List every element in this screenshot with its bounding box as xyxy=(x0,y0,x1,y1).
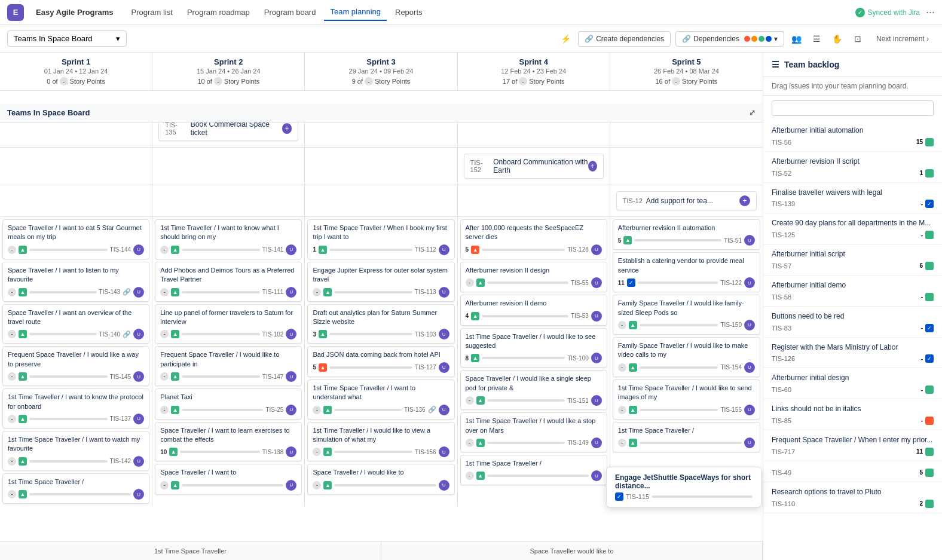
sprint-1-minus[interactable]: - xyxy=(60,77,68,85)
backlog-item-tis-60[interactable]: Afterburner initial design TIS-60 - xyxy=(763,368,942,399)
minus-icon[interactable]: - xyxy=(8,490,16,498)
minus-icon[interactable]: - xyxy=(618,363,626,372)
minus-icon[interactable]: - xyxy=(8,457,16,466)
filter-icon[interactable]: ⚡ xyxy=(558,31,573,47)
card-tis-156[interactable]: 1st Time Traveller / I would like to vie… xyxy=(307,422,454,462)
card-tis-112[interactable]: 1st Time Space Travller / When I book my… xyxy=(307,219,454,259)
nav-team-planning[interactable]: Team planning xyxy=(324,4,387,21)
sprint-3-minus[interactable]: - xyxy=(365,77,373,85)
minus-icon[interactable]: - xyxy=(8,415,16,423)
minus-icon[interactable]: - xyxy=(313,288,321,296)
epic-plus-icon-3[interactable]: + xyxy=(739,195,750,206)
card-tis-141[interactable]: 1st Time Traveller / I want to know what… xyxy=(155,219,302,259)
card-tis-113[interactable]: Engage Jupiter Express for outer solar s… xyxy=(307,262,454,302)
minus-icon[interactable]: - xyxy=(313,406,321,414)
card-tis-138[interactable]: Space Traveller / I want to learn exerci… xyxy=(155,422,302,462)
next-increment-button[interactable]: Next increment › xyxy=(870,32,935,46)
card-tis-144[interactable]: Space Traveller / I want to eat 5 Star G… xyxy=(2,219,149,259)
card-tis-102[interactable]: Line up panel of former travelers to Sat… xyxy=(155,304,302,344)
card-tis-151[interactable]: Space Traveller / I would like a single … xyxy=(460,370,607,410)
minus-icon[interactable]: - xyxy=(618,321,626,329)
card-col2-last[interactable]: Space Traveller / I want to - ▲ U xyxy=(155,464,302,494)
card-col1-last[interactable]: 1st Time Space Traveller / - ▲ U xyxy=(2,473,149,504)
card-tis-25[interactable]: Planet Taxi - ▲ TIS-25 U xyxy=(155,388,302,419)
card-tis-122[interactable]: Establish a catering vendor to provide m… xyxy=(613,252,760,292)
minus-icon[interactable]: - xyxy=(466,472,474,480)
card-tis-128[interactable]: After 100,000 requests the SeeSpaceEZ se… xyxy=(460,219,607,259)
card-tis-143[interactable]: Space Traveller / I want to listen to my… xyxy=(2,262,149,302)
hand-icon[interactable]: ✋ xyxy=(830,31,845,47)
card-tis-111[interactable]: Add Phobos and Deimos Tours as a Preferr… xyxy=(155,262,302,302)
sprint-5-minus[interactable]: - xyxy=(672,77,680,85)
minus-icon[interactable]: - xyxy=(160,372,169,381)
minus-icon[interactable]: - xyxy=(618,439,626,447)
minus-icon[interactable]: - xyxy=(8,246,16,254)
card-tis-140[interactable]: Space Traveller / I want an overview of … xyxy=(2,304,149,344)
backlog-search-input[interactable] xyxy=(772,100,934,116)
minus-icon[interactable]: - xyxy=(466,439,474,447)
card-tis-147[interactable]: Frequent Space Traveller / I would like … xyxy=(155,346,302,386)
card-tis-137[interactable]: 1st Time Traveller / I want to know the … xyxy=(2,388,149,429)
epic-plus-icon-2[interactable]: + xyxy=(588,161,597,172)
card-tis-136[interactable]: 1st Time Space Traveller / I want to und… xyxy=(307,380,454,420)
backlog-item-tis-126[interactable]: Register with the Mars Ministry of Labor… xyxy=(763,338,942,369)
backlog-item-tis-110[interactable]: Research options to travel to Pluto TIS-… xyxy=(763,482,942,513)
minus-icon[interactable]: - xyxy=(466,396,474,405)
nav-program-list[interactable]: Program list xyxy=(126,4,179,20)
minus-icon[interactable]: - xyxy=(160,330,169,338)
create-dependencies-button[interactable]: 🔗 Create dependencies xyxy=(578,31,671,47)
card-tis-150[interactable]: Family Space Traveller / I would like fa… xyxy=(613,295,760,335)
card-tis-53[interactable]: Afterburner revision II demo 4 ▲ TIS-53 … xyxy=(460,295,607,325)
backlog-item-tis-125[interactable]: Create 90 day plans for all departments … xyxy=(763,213,942,244)
board-selector[interactable]: Teams In Space Board ▾ xyxy=(7,30,127,47)
minus-icon[interactable]: - xyxy=(160,288,169,296)
list-icon[interactable]: ☰ xyxy=(809,31,825,47)
more-options-icon[interactable]: ··· xyxy=(926,6,935,19)
nav-program-roadmap[interactable]: Program roadmap xyxy=(181,4,256,20)
card-tis-154[interactable]: Family Space Traveller / I would like to… xyxy=(613,337,760,377)
minus-icon[interactable]: - xyxy=(8,372,16,381)
expand-board-icon[interactable]: ⤢ xyxy=(749,108,756,117)
nav-program-board[interactable]: Program board xyxy=(258,4,322,20)
minus-icon[interactable]: - xyxy=(618,406,626,414)
backlog-item-tis-83[interactable]: Buttons need to be red TIS-83 - ✓ xyxy=(763,307,942,338)
minus-icon[interactable]: - xyxy=(466,279,474,287)
nav-reports[interactable]: Reports xyxy=(389,4,429,20)
backlog-item-tis-52[interactable]: Afterburner revision II script TIS-52 1 xyxy=(763,152,942,183)
card-tis-55[interactable]: Afterburner revision II design - ▲ TIS-5… xyxy=(460,262,607,292)
backlog-item-tis-58[interactable]: Afterburner initial demo TIS-58 - xyxy=(763,276,942,307)
card-tis-100[interactable]: 1st Time Space Traveller / I would like … xyxy=(460,328,607,368)
dependencies-button[interactable]: 🔗 Dependencies ▾ xyxy=(675,31,784,47)
backlog-item-tis-57[interactable]: Afterburner initial script TIS-57 6 xyxy=(763,244,942,276)
expand-icon[interactable]: ⊡ xyxy=(850,31,865,47)
backlog-item-tis-139[interactable]: Finalise traveller waivers with legal TI… xyxy=(763,183,942,214)
backlog-item-tis-49[interactable]: TIS-49 5 xyxy=(763,461,942,482)
sprint-4-minus[interactable]: - xyxy=(519,77,527,85)
epic-plus-icon[interactable]: + xyxy=(282,123,292,134)
card-id: TIS-155 xyxy=(720,406,742,413)
card-tis-155[interactable]: 1st Time Space Traveller / I would like … xyxy=(613,380,760,420)
backlog-item-tis-85[interactable]: Links should not be in italics TIS-85 - xyxy=(763,399,942,430)
sprint-2-minus[interactable]: - xyxy=(214,77,222,85)
card-tis-145[interactable]: Frequent Space Traveller / I would like … xyxy=(2,346,149,386)
minus-icon[interactable]: - xyxy=(8,330,16,338)
card-tis-103[interactable]: Draft out analytics plan for Saturn Summ… xyxy=(307,304,454,344)
minus-icon[interactable]: - xyxy=(313,481,321,489)
card-tis-149[interactable]: 1st Time Space Traveller / I would like … xyxy=(460,412,607,452)
epic-card-tis-12[interactable]: TIS-12 Add support for tea... + xyxy=(616,191,757,210)
minus-icon[interactable]: - xyxy=(160,481,169,489)
minus-icon[interactable]: - xyxy=(313,448,321,456)
card-col4-last[interactable]: 1st Time Space Traveller / - ▲ U xyxy=(460,455,607,485)
epic-card-tis-152[interactable]: TIS-152 Onboard Communication with Earth… xyxy=(464,154,604,179)
card-tis-127[interactable]: Bad JSON data coming back from hotel API… xyxy=(307,346,454,377)
card-tis-142[interactable]: 1st Time Space Traveller / I want to wat… xyxy=(2,431,149,471)
card-col5-last[interactable]: 1st Time Space Traveller / - ▲ U xyxy=(613,422,760,452)
minus-icon[interactable]: - xyxy=(8,288,16,296)
minus-icon[interactable]: - xyxy=(160,406,169,414)
people-icon[interactable]: 👥 xyxy=(789,31,805,47)
backlog-item-tis-56[interactable]: Afterburner initial automation TIS-56 15 xyxy=(763,121,942,152)
minus-icon[interactable]: - xyxy=(160,246,169,254)
card-col3-last[interactable]: Space Traveller / I would like to - ▲ U xyxy=(307,464,454,494)
backlog-item-tis-717[interactable]: Frequent Space Traveller / When I enter … xyxy=(763,430,942,461)
card-tis-51[interactable]: Afterburner revision II automation 5 ▲ T… xyxy=(613,219,760,250)
